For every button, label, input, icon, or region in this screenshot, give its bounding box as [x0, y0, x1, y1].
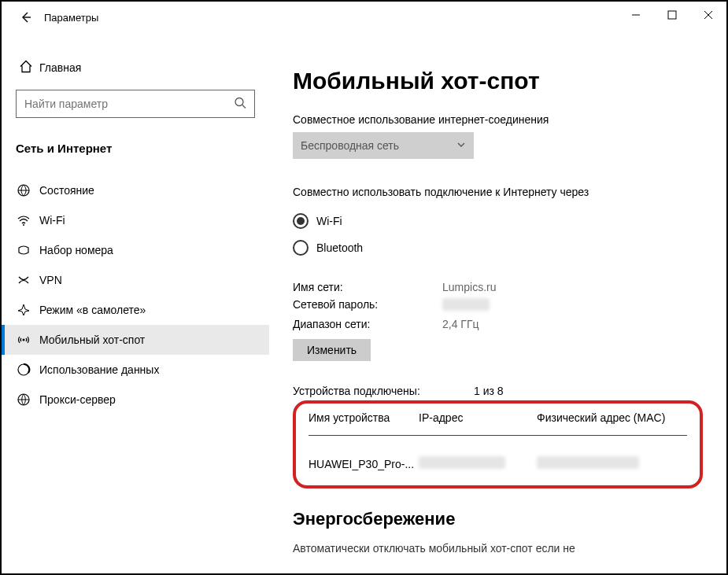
sidebar-item-airplane[interactable]: Режим «в самолете»	[2, 295, 269, 325]
col-device-name: Имя устройства	[309, 411, 419, 424]
airplane-icon	[16, 302, 31, 318]
table-row: HUAWEI_P30_Pro-...	[309, 436, 687, 471]
radio-wifi[interactable]: Wi-Fi	[293, 208, 703, 234]
share-dropdown-value: Беспроводная сеть	[301, 139, 399, 152]
band-label: Диапазон сети:	[293, 318, 442, 330]
content-area: Мобильный хот-спот Совместное использова…	[293, 33, 719, 573]
chevron-down-icon	[456, 139, 466, 152]
band-value: 2,4 ГГц	[442, 318, 479, 330]
cell-device-name: HUAWEI_P30_Pro-...	[309, 458, 419, 470]
window-title: Параметры	[44, 12, 98, 24]
window-controls	[618, 2, 726, 28]
search-icon	[234, 97, 246, 112]
netpass-label: Сетевой пароль:	[293, 298, 442, 313]
col-ip: IP-адрес	[419, 411, 537, 424]
col-mac: Физический адрес (MAC)	[537, 411, 687, 424]
device-table-highlight: Имя устройства IP-адрес Физический адрес…	[293, 400, 703, 488]
sidebar-home[interactable]: Главная	[2, 57, 269, 79]
back-button[interactable]	[13, 4, 39, 31]
sidebar: Главная Сеть и Интернет Состояние Wi-Fi …	[2, 33, 269, 573]
titlebar: Параметры	[2, 2, 726, 33]
sidebar-item-label: Состояние	[39, 184, 94, 197]
device-count-row: Устройства подключены: 1 из 8	[293, 385, 703, 397]
svg-point-4	[23, 339, 25, 341]
share-label: Совместное использование интернет-соедин…	[293, 113, 703, 126]
page-heading: Мобильный хот-спот	[293, 68, 703, 94]
radio-icon	[293, 213, 309, 229]
close-icon	[704, 10, 713, 20]
minimize-button[interactable]	[618, 2, 654, 28]
sidebar-item-label: Режим «в самолете»	[39, 304, 146, 316]
sidebar-item-label: Прокси-сервер	[39, 393, 116, 406]
sidebar-item-vpn[interactable]: VPN	[2, 265, 269, 295]
svg-point-1	[235, 98, 243, 106]
sidebar-item-label: Использование данных	[39, 363, 159, 376]
sidebar-category: Сеть и Интернет	[2, 135, 269, 161]
cell-mac	[537, 456, 687, 471]
arrow-left-icon	[20, 11, 32, 24]
wifi-icon	[16, 212, 31, 228]
radio-wifi-label: Wi-Fi	[316, 215, 342, 227]
sidebar-item-dialup[interactable]: Набор номера	[2, 235, 269, 265]
netname-label: Имя сети:	[293, 281, 442, 293]
table-header: Имя устройства IP-адрес Физический адрес…	[309, 411, 687, 436]
data-usage-icon	[16, 362, 31, 378]
energy-desc: Автоматически отключать мобильный хот-сп…	[293, 542, 703, 555]
dialup-icon	[16, 242, 31, 258]
status-icon	[16, 182, 31, 198]
close-button[interactable]	[690, 2, 726, 28]
device-table: Имя устройства IP-адрес Физический адрес…	[309, 411, 687, 471]
radio-bluetooth[interactable]: Bluetooth	[293, 234, 703, 261]
home-icon	[19, 60, 33, 76]
sidebar-item-label: Набор номера	[39, 244, 113, 256]
maximize-button[interactable]	[654, 2, 690, 28]
sidebar-home-label: Главная	[39, 61, 81, 74]
sidebar-item-label: Мобильный хот-спот	[39, 334, 145, 346]
svg-point-3	[23, 224, 24, 226]
sidebar-item-hotspot[interactable]: Мобильный хот-спот	[2, 325, 269, 355]
radio-bluetooth-label: Bluetooth	[316, 241, 363, 254]
svg-rect-0	[668, 11, 676, 19]
sidebar-item-label: VPN	[39, 274, 62, 286]
sidebar-item-data-usage[interactable]: Использование данных	[2, 355, 269, 385]
sidebar-item-wifi[interactable]: Wi-Fi	[2, 205, 269, 235]
vpn-icon	[16, 272, 31, 288]
search-input[interactable]	[24, 98, 226, 110]
radio-icon	[293, 240, 309, 256]
sidebar-item-label: Wi-Fi	[39, 214, 65, 227]
search-input-wrapper[interactable]	[16, 90, 255, 118]
sidebar-item-status[interactable]: Состояние	[2, 175, 269, 205]
hotspot-icon	[16, 332, 31, 348]
device-count-label: Устройства подключены:	[293, 385, 474, 397]
network-info: Имя сети: Lumpics.ru Сетевой пароль: Диа…	[293, 278, 703, 361]
share-over-label: Совместно использовать подключение к Инт…	[293, 186, 703, 198]
cell-ip	[419, 456, 537, 471]
netname-value: Lumpics.ru	[442, 281, 496, 293]
maximize-icon	[667, 10, 677, 20]
proxy-icon	[16, 392, 31, 407]
energy-heading: Энергосбережение	[293, 509, 703, 529]
share-dropdown[interactable]: Беспроводная сеть	[293, 132, 474, 159]
device-count-value: 1 из 8	[474, 385, 504, 397]
edit-button[interactable]: Изменить	[293, 339, 371, 361]
minimize-icon	[631, 10, 641, 20]
sidebar-item-proxy[interactable]: Прокси-сервер	[2, 385, 269, 415]
netpass-value	[442, 298, 490, 313]
